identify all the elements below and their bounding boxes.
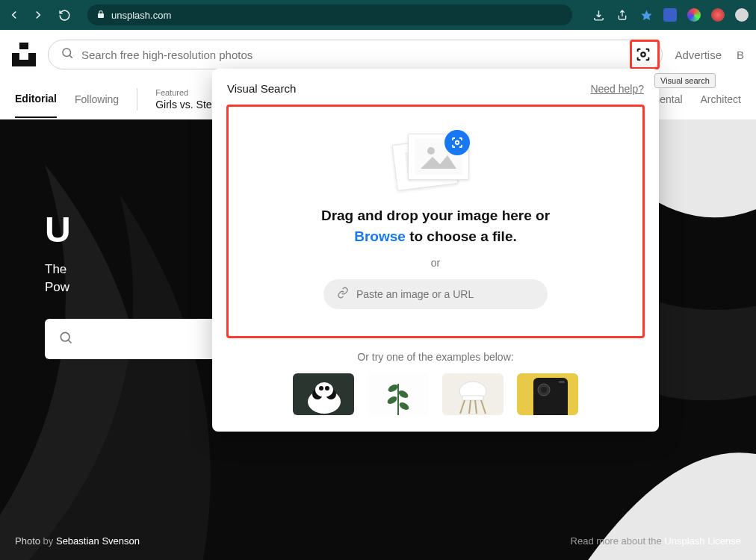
examples-label: Or try one of the examples below:: [227, 351, 644, 363]
visual-search-button[interactable]: [631, 43, 655, 66]
or-label: or: [244, 257, 628, 269]
examples-row: [227, 373, 644, 415]
example-plant[interactable]: [368, 373, 429, 415]
example-chair[interactable]: [442, 373, 504, 415]
featured-item: Girls vs. Ste: [155, 99, 211, 111]
ext-1-icon[interactable]: [663, 8, 677, 22]
forward-button[interactable]: [31, 8, 45, 22]
svg-point-16: [315, 382, 333, 397]
license-link[interactable]: Unsplash License: [664, 535, 741, 547]
link-icon: [337, 287, 349, 302]
popover-title: Visual Search: [227, 82, 296, 95]
visual-search-popover: Visual Search Need help? Drag and drop y…: [212, 69, 659, 432]
nav-divider: [137, 88, 137, 111]
svg-point-18: [325, 386, 329, 391]
url-input-wrap[interactable]: [323, 279, 548, 309]
svg-line-2: [69, 55, 72, 57]
ext-2-icon[interactable]: [687, 8, 701, 22]
download-icon[interactable]: [592, 8, 605, 22]
svg-rect-33: [533, 378, 568, 415]
unsplash-logo[interactable]: [12, 43, 36, 66]
star-icon[interactable]: [639, 8, 653, 22]
svg-point-11: [456, 141, 459, 145]
browser-chrome: unsplash.com: [0, 0, 756, 30]
reload-button[interactable]: [58, 9, 71, 22]
back-button[interactable]: [7, 8, 21, 22]
svg-point-35: [541, 387, 547, 393]
license-prefix: Read more about the: [571, 535, 662, 547]
svg-rect-27: [462, 396, 483, 400]
svg-point-5: [61, 332, 69, 341]
share-icon[interactable]: [616, 8, 629, 22]
photo-label: Photo: [15, 535, 40, 547]
featured-group[interactable]: Featured Girls vs. Ste: [155, 88, 211, 111]
search-bar[interactable]: [48, 40, 663, 69]
extension-icons: [592, 8, 749, 22]
svg-point-9: [427, 147, 435, 155]
url-bar[interactable]: unsplash.com: [87, 4, 572, 25]
photographer-link[interactable]: Sebastian Svenson: [56, 535, 140, 547]
blog-link[interactable]: B: [737, 49, 744, 61]
url-input[interactable]: [356, 288, 534, 300]
tab-editorial[interactable]: Editorial: [15, 93, 57, 118]
svg-rect-36: [559, 381, 565, 383]
url-text: unsplash.com: [111, 10, 171, 21]
featured-label: Featured: [155, 88, 211, 97]
hero-footer: Photo by Sebastian Svenson Read more abo…: [15, 535, 741, 547]
ext-3-icon[interactable]: [711, 8, 725, 22]
advertise-link[interactable]: Advertise: [675, 49, 722, 61]
svg-point-1: [63, 49, 71, 57]
svg-marker-0: [641, 10, 651, 19]
tab-following[interactable]: Following: [75, 93, 119, 105]
example-phone[interactable]: [517, 373, 578, 415]
svg-point-3: [642, 52, 646, 57]
need-help-link[interactable]: Need help?: [590, 83, 644, 95]
lock-icon: [96, 10, 105, 21]
tab-architecture[interactable]: Architect: [701, 93, 741, 105]
svg-line-6: [69, 340, 72, 343]
dropzone-illustration: [394, 131, 477, 195]
search-icon: [58, 330, 73, 348]
dropzone[interactable]: Drag and drop your image here or Browse …: [227, 105, 644, 337]
visual-search-icon: [444, 130, 470, 155]
search-input[interactable]: [81, 49, 625, 61]
visual-search-tooltip: Visual search: [654, 73, 716, 88]
svg-point-17: [319, 386, 323, 391]
browse-link[interactable]: Browse: [354, 228, 406, 244]
ext-4-icon[interactable]: [735, 8, 749, 22]
dropzone-text: Drag and drop your image here or Browse …: [244, 205, 628, 246]
search-icon: [61, 46, 74, 63]
example-panda[interactable]: [293, 373, 354, 415]
by-label: by: [43, 535, 54, 547]
